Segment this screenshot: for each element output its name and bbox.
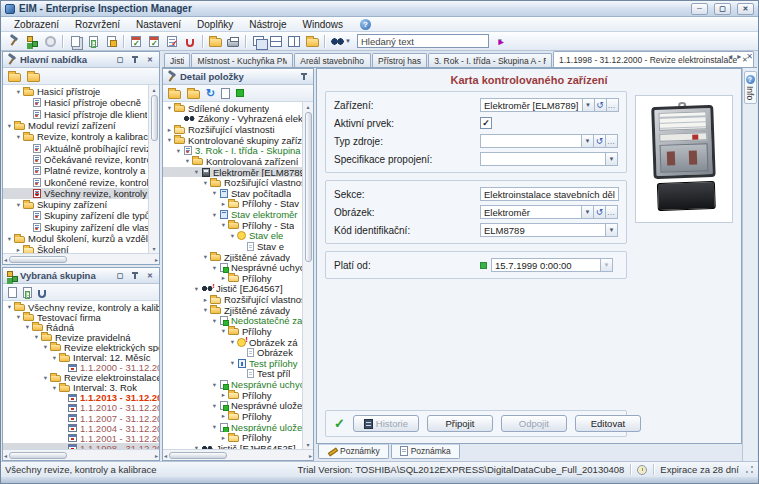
zarizeni-undo-icon[interactable]: ↺	[595, 98, 607, 112]
tree-item[interactable]: Skupiny zařízení dle typů za	[3, 210, 148, 221]
zarizeni-dropdown-icon[interactable]: ▼	[583, 98, 595, 112]
schedule-button[interactable]	[127, 33, 145, 49]
collapse-arrow-icon[interactable]: ▾	[219, 327, 228, 335]
typ-browse-icon[interactable]: …	[606, 134, 618, 148]
collapse-arrow-icon[interactable]: ▾	[174, 147, 183, 155]
document-tab[interactable]: Místnost - Kuchyňka PMKU001	[191, 53, 293, 67]
tree-item[interactable]: ▾Zjištěné závady	[163, 252, 302, 263]
tree-item[interactable]: ▾Kontrolovaná zařízení	[163, 156, 302, 167]
tree-item[interactable]: 1.1.2004 - 31.12.20	[3, 423, 159, 433]
scroll-thumb[interactable]	[9, 452, 67, 459]
obrazek-dropdown-icon[interactable]: ▼	[582, 205, 594, 219]
tree-item[interactable]: ▾Sdílené dokumenty	[163, 103, 302, 114]
split-vertical-button[interactable]	[285, 33, 303, 49]
vertical-scrollbar[interactable]: ▴▾	[148, 85, 159, 253]
tree-item[interactable]: ▾Řádná	[3, 322, 159, 332]
tree-item[interactable]: 1.1.2000 - 31.12.20	[3, 363, 159, 373]
folder-button[interactable]	[303, 33, 321, 49]
export-grid-button[interactable]	[84, 33, 102, 49]
tree-item[interactable]: 1.1.2001 - 31.12.20	[3, 433, 159, 443]
tree-item[interactable]: Obrázek	[163, 347, 302, 358]
collapse-arrow-icon[interactable]: ▾	[201, 253, 210, 261]
zarizeni-field[interactable]: Elektroměr [ELM8789]	[480, 98, 583, 112]
tree-item[interactable]: ▾Revize elektroinstalace	[3, 373, 159, 383]
tree-item[interactable]: ▾Všechny revize, kontroly a kalibrace	[3, 302, 159, 312]
specifikace-dropdown-icon[interactable]: ▼	[606, 152, 618, 166]
collapse-arrow-icon[interactable]: ▾	[41, 343, 50, 351]
tree-item[interactable]: ▾Hasicí přístroje	[3, 86, 148, 97]
tree-item[interactable]: ▾Testovací firma	[3, 312, 159, 322]
tree-item[interactable]: Skupiny zařízení dle vlastník	[3, 222, 148, 233]
collapse-arrow-icon[interactable]: ▾	[201, 306, 210, 314]
tab-close-all-icon[interactable]: ✕	[746, 52, 753, 61]
tree-item[interactable]: ▸Rozšiřující vlastnosti	[163, 294, 302, 305]
checklist-button[interactable]	[163, 33, 181, 49]
tree-item[interactable]: ▾Nesprávné uchycen	[163, 379, 302, 390]
menu-doplnky[interactable]: Doplňky	[190, 19, 240, 30]
scroll-thumb[interactable]	[305, 112, 312, 262]
collapse-arrow-icon[interactable]: ▾	[5, 303, 14, 311]
collapse-arrow-icon[interactable]: ▾	[210, 317, 219, 325]
aktivni-checkbox[interactable]: ✓	[480, 117, 492, 129]
tab-poznamka[interactable]: Poznámka	[391, 444, 460, 459]
collapse-arrow-icon[interactable]: ▾	[165, 104, 174, 112]
tree-item[interactable]: Očekávané revize, kontroly	[3, 154, 148, 165]
minimize-button[interactable]: ─	[691, 3, 708, 15]
menu-nastaveni[interactable]: Nastavení	[129, 19, 188, 30]
menu-windows[interactable]: Windows	[295, 19, 350, 30]
tree-item[interactable]: 1.1.2013 - 31.12.20	[3, 393, 159, 403]
expand-arrow-icon[interactable]: ▸	[219, 434, 228, 442]
tree-item[interactable]: ▾Elektroměr [ELM8789]	[163, 167, 302, 178]
kod-dropdown-icon[interactable]: ▼	[606, 223, 618, 237]
expand-arrow-icon[interactable]: ▸	[219, 200, 228, 208]
plati-od-field[interactable]: 15.7.1999 0:00:00	[491, 258, 601, 272]
scroll-right-icon[interactable]: ▸	[309, 452, 312, 459]
collapse-arrow-icon[interactable]: ▾	[228, 232, 237, 240]
expand-arrow-icon[interactable]: ▸	[219, 274, 228, 282]
folder-icon[interactable]	[187, 90, 200, 99]
panel-close-icon[interactable]: ✕	[144, 54, 156, 65]
collapse-arrow-icon[interactable]: ▾	[50, 384, 59, 392]
import-document-button[interactable]	[102, 33, 120, 49]
zarizeni-browse-icon[interactable]: …	[607, 98, 619, 112]
resize-grip[interactable]	[745, 465, 754, 474]
tree-item[interactable]: ▾Rozšiřující vlastnosti	[163, 177, 302, 188]
refresh-icon[interactable]: ↻	[206, 87, 215, 100]
magnet-button[interactable]	[181, 33, 199, 49]
tree-item[interactable]: Zákony - Vyhrazená elektrická zař	[163, 114, 302, 125]
tree-item[interactable]: 1.1.2007 - 31.12.20	[3, 413, 159, 423]
tree-item[interactable]: ▾Nesprávné uchycen	[163, 262, 302, 273]
collapse-arrow-icon[interactable]: ▾	[23, 323, 32, 331]
collapse-arrow-icon[interactable]: ▾	[219, 221, 228, 229]
schedule-alt-button[interactable]	[145, 33, 163, 49]
help-icon[interactable]: ?	[360, 19, 371, 30]
expand-arrow-icon[interactable]: ▸	[165, 126, 174, 134]
tab-next-icon[interactable]: ▸	[737, 52, 741, 61]
document-icon[interactable]	[221, 88, 230, 99]
tree-item[interactable]: ▾Zjištěné závady	[163, 305, 302, 316]
tree-item[interactable]: ▾Nedostatečné zajiš	[163, 316, 302, 327]
tree-item[interactable]: ▾3. Rok - I. třída - Skupina A - REI6	[163, 146, 302, 157]
document-tab[interactable]: Areál stavebního díla -	[294, 53, 371, 67]
print-button[interactable]	[224, 33, 242, 49]
search-input[interactable]	[358, 36, 496, 47]
scroll-thumb[interactable]	[9, 256, 67, 263]
obrazek-field[interactable]: Elektroměr	[480, 205, 582, 219]
open-folder-button[interactable]	[206, 33, 224, 49]
tree-item[interactable]: ▾Obrázek zá	[163, 337, 302, 348]
tree-item[interactable]: ▸Rozšiřující vlastnosti	[163, 124, 302, 135]
tree-item[interactable]: ▸Přílohy	[163, 390, 302, 401]
typ-dropdown-icon[interactable]: ▼	[582, 134, 594, 148]
tree-item[interactable]: Hasicí přístroje obecně	[3, 97, 148, 108]
tools-button[interactable]	[5, 33, 23, 49]
anchor-icon[interactable]	[38, 290, 46, 298]
tree-item[interactable]: Aktuálně probíhající revize,	[3, 142, 148, 153]
tree-item[interactable]: ▾Nesprávné uložení	[163, 422, 302, 433]
panel-close-icon[interactable]: ✕	[144, 270, 156, 281]
scroll-thumb[interactable]	[169, 452, 227, 459]
tree-item[interactable]: ▾Stav elektroměr	[163, 209, 302, 220]
odpojit-button[interactable]: Odpojit	[501, 415, 567, 432]
scroll-left-icon[interactable]: ◂	[4, 256, 7, 263]
tree-item[interactable]: ▾Přílohy - Sta	[163, 220, 302, 231]
tree-item[interactable]: ▾Revize, kontroly a kalibrace	[3, 131, 148, 142]
